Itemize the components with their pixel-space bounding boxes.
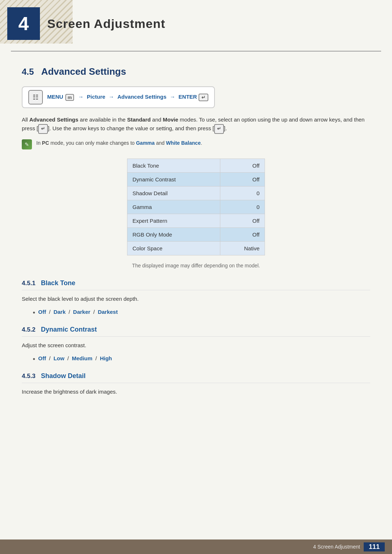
- table-row: Color SpaceNative: [127, 241, 265, 255]
- settings-table: Black ToneOffDynamic ContrastOffShadow D…: [127, 159, 265, 255]
- table-cell-label: Dynamic Contrast: [127, 172, 220, 186]
- header-divider: [11, 51, 381, 52]
- subsection: 4.5.1Black ToneSelect the black level to…: [22, 279, 370, 315]
- table-cell-value: Off: [220, 172, 265, 186]
- page-footer: 4 Screen Adjustment 111: [0, 539, 392, 554]
- option-keyword: Dark: [53, 309, 65, 315]
- table-row: Gamma0: [127, 200, 265, 214]
- footer-text: 4 Screen Adjustment: [313, 544, 360, 550]
- table-cell-value: Off: [220, 214, 265, 227]
- option-separator: /: [66, 355, 70, 361]
- subsection-number: 4.5.1: [22, 280, 36, 287]
- subsection-description: Adjust the screen contrast.: [22, 341, 370, 350]
- option-keyword: Darkest: [98, 309, 118, 315]
- subsection-heading: 4.5.1Black Tone: [22, 279, 370, 290]
- subsection-description: Select the black level to adjust the scr…: [22, 295, 370, 303]
- enter-icon-inline: ↵: [38, 124, 48, 134]
- note-icon: [22, 139, 32, 149]
- arrow2: →: [109, 94, 114, 100]
- enter-icon-inline2: ↵: [214, 124, 224, 134]
- footer-page-number: 111: [364, 542, 385, 551]
- option-keyword: Off: [38, 355, 46, 361]
- option-keyword: Darker: [73, 309, 90, 315]
- options-list: ●Off / Low / Medium / High: [33, 355, 370, 361]
- picture-keyword: Picture: [87, 94, 105, 100]
- table-row: Black ToneOff: [127, 159, 265, 172]
- bullet-icon: ●: [33, 310, 35, 315]
- table-cell-value: 0: [220, 186, 265, 200]
- menu-icon: ☷: [28, 90, 43, 104]
- table-row: Expert PatternOff: [127, 214, 265, 227]
- menu-path-text: MENU m → Picture → Advanced Settings → E…: [47, 94, 208, 101]
- arrow1: →: [78, 94, 83, 100]
- subsection-description: Increase the brightness of dark images.: [22, 387, 370, 396]
- section-heading: 4.5 Advanced Settings: [22, 66, 370, 77]
- table-cell-label: Shadow Detail: [127, 186, 220, 200]
- chapter-number: 4: [7, 7, 40, 40]
- option-keyword: Low: [53, 355, 64, 361]
- subsection: 4.5.2Dynamic ContrastAdjust the screen c…: [22, 326, 370, 361]
- caption-text: The displayed image may differ depending…: [22, 263, 370, 268]
- bullet-icon: ●: [33, 356, 35, 361]
- option-separator: /: [92, 309, 97, 315]
- menu-keyword: MENU: [47, 94, 63, 100]
- table-cell-label: Gamma: [127, 200, 220, 214]
- subsection-heading: 4.5.2Dynamic Contrast: [22, 326, 370, 337]
- table-row: Shadow Detail0: [127, 186, 265, 200]
- arrow3: →: [170, 94, 175, 100]
- subsection-heading: 4.5.3Shadow Detail: [22, 372, 370, 383]
- option-keyword: Off: [38, 309, 46, 315]
- table-cell-label: Color Space: [127, 241, 220, 255]
- table-cell-label: RGB Only Mode: [127, 227, 220, 241]
- subsection-title: Shadow Detail: [41, 372, 86, 380]
- table-cell-value: 0: [220, 200, 265, 214]
- chapter-header: 4 Screen Adjustment: [0, 0, 392, 51]
- table-cell-label: Black Tone: [127, 159, 220, 172]
- table-cell-value: Off: [220, 227, 265, 241]
- option-keyword: High: [100, 355, 112, 361]
- enter-keyword: ENTER: [179, 94, 197, 100]
- subsection-title: Dynamic Contrast: [41, 326, 97, 333]
- advanced-keyword: Advanced Settings: [117, 94, 166, 100]
- chapter-title: Screen Adjustment: [47, 17, 166, 31]
- table-cell-label: Expert Pattern: [127, 214, 220, 227]
- enter-icon: ↵: [199, 94, 208, 101]
- menu-path-container: ☷ MENU m → Picture → Advanced Settings →…: [22, 86, 215, 108]
- section-title: Advanced Settings: [41, 66, 126, 77]
- option-separator: /: [48, 309, 52, 315]
- table-cell-value: Native: [220, 241, 265, 255]
- option-separator: /: [94, 355, 99, 361]
- subsections-container: 4.5.1Black ToneSelect the black level to…: [22, 279, 370, 396]
- section-number: 4.5: [22, 67, 34, 77]
- option-separator: /: [48, 355, 52, 361]
- m-icon: m: [65, 94, 74, 101]
- note-box: In PC mode, you can only make changes to…: [22, 139, 370, 149]
- option-separator: /: [67, 309, 72, 315]
- options-list: ●Off / Dark / Darker / Darkest: [33, 309, 370, 315]
- subsection-number: 4.5.3: [22, 373, 36, 380]
- intro-text: All Advanced Settings are available in t…: [22, 115, 370, 134]
- subsection-title: Black Tone: [41, 279, 75, 287]
- option-keyword: Medium: [72, 355, 93, 361]
- table-row: RGB Only ModeOff: [127, 227, 265, 241]
- subsection: 4.5.3Shadow DetailIncrease the brightnes…: [22, 372, 370, 396]
- table-row: Dynamic ContrastOff: [127, 172, 265, 186]
- settings-table-container: Black ToneOffDynamic ContrastOffShadow D…: [22, 159, 370, 255]
- table-cell-value: Off: [220, 159, 265, 172]
- main-content: 4.5 Advanced Settings ☷ MENU m → Picture…: [0, 62, 392, 423]
- subsection-number: 4.5.2: [22, 326, 36, 333]
- note-text: In PC mode, you can only make changes to…: [36, 139, 202, 147]
